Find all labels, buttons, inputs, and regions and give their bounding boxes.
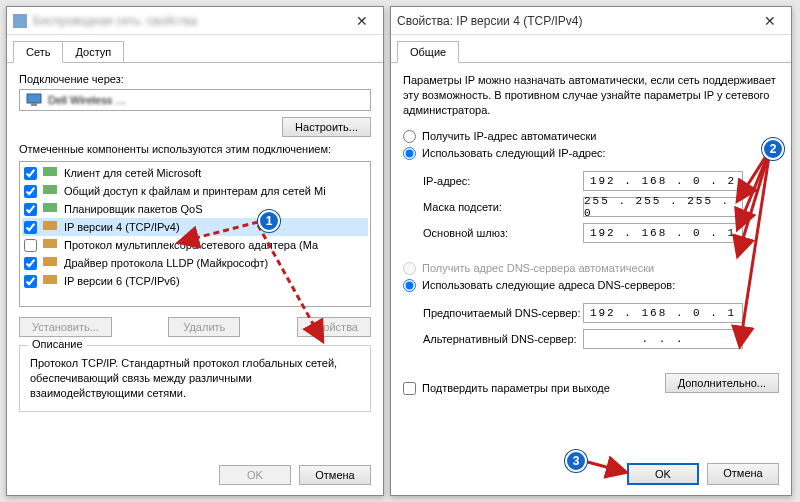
confirm-on-exit-row[interactable]: Подтвердить параметры при выходе — [403, 382, 610, 395]
svg-rect-6 — [43, 221, 57, 230]
ipv4-properties-dialog: Свойства: IP версии 4 (TCP/IPv4) ✕ Общие… — [390, 6, 792, 496]
connect-via-label: Подключение через: — [19, 73, 371, 85]
titlebar-left: Беспроводная сеть: свойства ✕ — [7, 7, 383, 35]
component-checkbox[interactable] — [24, 185, 37, 198]
component-icon — [42, 220, 58, 234]
svg-rect-1 — [27, 94, 41, 103]
help-text: Параметры IP можно назначать автоматичес… — [403, 73, 779, 118]
radio-ip-auto-input[interactable] — [403, 130, 416, 143]
adapter-icon — [26, 93, 42, 107]
list-item[interactable]: IP версии 6 (TCP/IPv6) — [22, 272, 368, 290]
radio-dns-auto-input — [403, 262, 416, 275]
ok-button-right[interactable]: OK — [627, 463, 699, 485]
install-button[interactable]: Установить... — [19, 317, 112, 337]
description-text: Протокол TCP/IP. Стандартный протокол гл… — [30, 356, 360, 401]
tab-general[interactable]: Общие — [397, 41, 459, 63]
component-icon — [42, 274, 58, 288]
component-checkbox[interactable] — [24, 203, 37, 216]
subnet-mask-input[interactable]: 255 . 255 . 255 . 0 — [583, 197, 743, 217]
gateway-input[interactable]: 192 . 168 . 0 . 1 — [583, 223, 743, 243]
component-checkbox[interactable] — [24, 257, 37, 270]
svg-rect-8 — [43, 257, 57, 266]
tab-network[interactable]: Сеть — [13, 41, 63, 63]
radio-dns-auto: Получить адрес DNS-сервера автоматически — [403, 262, 779, 275]
list-item[interactable]: Общий доступ к файлам и принтерам для се… — [22, 182, 368, 200]
dns-pref-label: Предпочитаемый DNS-сервер: — [423, 307, 583, 319]
description-group: Описание Протокол TCP/IP. Стандартный пр… — [19, 345, 371, 412]
component-checkbox[interactable] — [24, 221, 37, 234]
adapter-field[interactable]: Dell Wireless … — [19, 89, 371, 111]
window-title: Беспроводная сеть: свойства — [33, 14, 347, 28]
svg-rect-3 — [43, 167, 57, 176]
dns-alt-input[interactable]: . . . — [583, 329, 743, 349]
dns-alt-label: Альтернативный DNS-сервер: — [423, 333, 583, 345]
window-title-right: Свойства: IP версии 4 (TCP/IPv4) — [397, 14, 755, 28]
component-icon — [42, 166, 58, 180]
svg-rect-5 — [43, 203, 57, 212]
adapter-text: Dell Wireless … — [48, 94, 126, 106]
configure-button[interactable]: Настроить... — [282, 117, 371, 137]
list-item[interactable]: Планировщик пакетов QoS — [22, 200, 368, 218]
advanced-button[interactable]: Дополнительно... — [665, 373, 779, 393]
titlebar-right: Свойства: IP версии 4 (TCP/IPv4) ✕ — [391, 7, 791, 35]
app-icon — [13, 14, 27, 28]
svg-rect-7 — [43, 239, 57, 248]
uninstall-button[interactable]: Удалить — [168, 317, 240, 337]
components-label: Отмеченные компоненты используются этим … — [19, 143, 371, 155]
component-icon — [42, 184, 58, 198]
svg-rect-2 — [31, 103, 37, 106]
component-checkbox[interactable] — [24, 275, 37, 288]
ip-address-input[interactable]: 192 . 168 . 0 . 2 — [583, 171, 743, 191]
list-item[interactable]: Протокол мультиплексора сетевого адаптер… — [22, 236, 368, 254]
tabstrip-right: Общие — [391, 37, 791, 63]
component-checkbox[interactable] — [24, 239, 37, 252]
component-icon — [42, 202, 58, 216]
properties-button[interactable]: Свойства — [297, 317, 371, 337]
svg-rect-4 — [43, 185, 57, 194]
tabstrip-left: Сеть Доступ — [7, 37, 383, 63]
description-title: Описание — [28, 338, 87, 350]
svg-rect-9 — [43, 275, 57, 284]
svg-rect-0 — [13, 14, 27, 28]
radio-dns-manual[interactable]: Использовать следующие адреса DNS-сервер… — [403, 279, 779, 292]
cancel-button-left[interactable]: Отмена — [299, 465, 371, 485]
components-list[interactable]: Клиент для сетей Microsoft Общий доступ … — [19, 161, 371, 307]
component-icon — [42, 256, 58, 270]
confirm-on-exit-checkbox[interactable] — [403, 382, 416, 395]
list-item[interactable]: Клиент для сетей Microsoft — [22, 164, 368, 182]
ok-button-left[interactable]: OK — [219, 465, 291, 485]
ip-address-label: IP-адрес: — [423, 175, 583, 187]
component-icon — [42, 238, 58, 252]
component-checkbox[interactable] — [24, 167, 37, 180]
gateway-label: Основной шлюз: — [423, 227, 583, 239]
list-item[interactable]: Драйвер протокола LLDP (Майкрософт) — [22, 254, 368, 272]
cancel-button-right[interactable]: Отмена — [707, 463, 779, 485]
dns-pref-input[interactable]: 192 . 168 . 0 . 1 — [583, 303, 743, 323]
radio-ip-manual[interactable]: Использовать следующий IP-адрес: — [403, 147, 779, 160]
subnet-mask-label: Маска подсети: — [423, 201, 583, 213]
radio-dns-manual-input[interactable] — [403, 279, 416, 292]
list-item-ipv4[interactable]: IP версии 4 (TCP/IPv4) — [22, 218, 368, 236]
close-icon[interactable]: ✕ — [755, 13, 785, 29]
network-properties-dialog: Беспроводная сеть: свойства ✕ Сеть Досту… — [6, 6, 384, 496]
tab-access[interactable]: Доступ — [62, 41, 124, 62]
radio-ip-auto[interactable]: Получить IP-адрес автоматически — [403, 130, 779, 143]
close-icon[interactable]: ✕ — [347, 13, 377, 29]
radio-ip-manual-input[interactable] — [403, 147, 416, 160]
